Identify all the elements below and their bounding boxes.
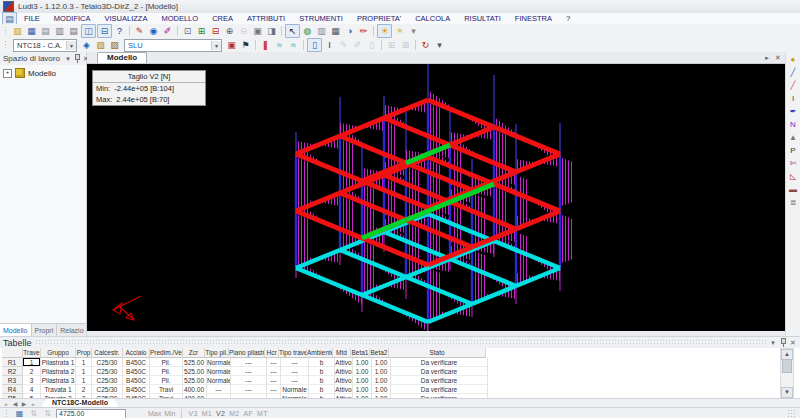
truss-tool-icon[interactable]: ╱ — [787, 80, 799, 92]
materials-archive-icon[interactable]: ▧ — [94, 39, 107, 51]
column-header-stato[interactable]: Stato — [389, 348, 486, 358]
table-cell[interactable]: Normale — [207, 376, 231, 385]
table-cell[interactable]: Pilastrata 3 — [41, 376, 76, 385]
row-header[interactable]: R1 — [2, 358, 23, 367]
model-viewport[interactable]: Taglio V2 [N] Min: -2.44e+05 [B:104] Max… — [87, 64, 785, 331]
table-cell[interactable]: B450C — [123, 376, 150, 385]
column-tool-icon[interactable]: I — [787, 93, 799, 105]
viewport-tab-modello[interactable]: Modello — [97, 52, 147, 63]
table-cell[interactable]: 525.00 — [183, 358, 207, 367]
save-icon[interactable]: ▦ — [25, 25, 38, 37]
table-cell[interactable]: 1.00 — [353, 358, 372, 367]
component-toggle-v2[interactable]: V2 — [214, 410, 227, 417]
table-cell[interactable]: Attivo — [335, 385, 353, 394]
table-cell[interactable]: 525.00 — [183, 376, 207, 385]
beam-tool-icon[interactable]: ╱ — [787, 67, 799, 79]
table-cell[interactable]: Attivo — [335, 376, 353, 385]
table-cell[interactable]: 1.00 — [353, 385, 372, 394]
table-cell[interactable]: Pil. — [150, 358, 183, 367]
row-header[interactable]: R4 — [2, 385, 23, 394]
pan-view-icon[interactable]: ▣ — [251, 25, 264, 37]
table-cell[interactable]: --- — [207, 385, 231, 394]
first-sheet-icon[interactable]: « — [2, 401, 10, 407]
spectrum-y-icon[interactable]: ≈ — [287, 39, 300, 51]
column-header-prop[interactable]: Prop — [76, 348, 92, 358]
edit-disabled-icon[interactable]: ✎ — [337, 39, 350, 51]
table-cell[interactable]: --- — [231, 358, 267, 367]
column-header-ambiente[interactable]: Ambiente — [307, 348, 333, 358]
table-search-icon[interactable]: ▦ — [14, 409, 25, 418]
column-header-beta2[interactable]: Beta2 — [370, 348, 389, 358]
combo-arrow-icon[interactable]: ▾ — [66, 41, 76, 50]
scroll-tabs-right-icon[interactable]: ▸ — [763, 54, 771, 62]
table-cell[interactable]: 1 — [76, 367, 92, 376]
resize-grip[interactable] — [787, 409, 797, 418]
table-cell[interactable]: Normale — [281, 385, 309, 394]
table-cell[interactable]: --- — [231, 367, 267, 376]
table-cell[interactable]: b — [309, 376, 335, 385]
table-cell[interactable]: 1.00 — [372, 358, 391, 367]
component-toggle-v3[interactable]: V3 — [187, 410, 200, 417]
cascade-windows-icon[interactable]: ⊠ — [399, 39, 412, 51]
frame-disabled-icon[interactable]: ▯ — [365, 39, 378, 51]
load-pattern-icon[interactable]: ❚ — [259, 39, 272, 51]
table-cell[interactable]: 1.00 — [372, 385, 391, 394]
workspace-tab-propri[interactable]: Propri — [32, 324, 58, 336]
menu-item-proprieta[interactable]: PROPRIETA' — [350, 14, 408, 23]
last-sheet-icon[interactable]: » — [29, 401, 37, 407]
table-cell[interactable]: C25/30 — [92, 367, 123, 376]
table-cell[interactable]: --- — [281, 376, 309, 385]
menu-item-risultati[interactable]: RISULTATI — [457, 14, 508, 23]
table-cell[interactable]: B450C — [123, 367, 150, 376]
table-cell[interactable]: 1.00 — [353, 376, 372, 385]
more-options-icon[interactable]: ▾ — [433, 39, 446, 51]
code-check-icon[interactable]: ◈ — [80, 39, 93, 51]
menu-item-crea[interactable]: CREA — [205, 14, 240, 23]
table-cell[interactable]: C25/30 — [92, 358, 123, 367]
column-header-zcr[interactable]: Zcr — [183, 348, 205, 358]
select-region-icon[interactable]: ⊡ — [181, 25, 194, 37]
light-more-icon[interactable]: ▾ — [407, 25, 420, 37]
table-cell[interactable]: Pilastrata 1 — [41, 358, 76, 367]
column-header-piano-pilastri[interactable]: Piano pilastri — [229, 348, 265, 358]
table-cell[interactable]: --- — [267, 385, 281, 394]
load-edit-icon[interactable]: ⚑ — [239, 39, 252, 51]
column-header-tipo-pil[interactable]: Tipo pil. — [205, 348, 229, 358]
menu-item-attributi[interactable]: ATTRIBUTI — [240, 14, 292, 23]
table-cell[interactable]: 1 — [23, 358, 41, 367]
column-header-hcr[interactable]: Hcr — [265, 348, 279, 358]
open-file-icon[interactable]: ▨ — [11, 25, 24, 37]
toolbar-grip[interactable] — [4, 40, 8, 50]
column-header-gruppo[interactable]: Gruppo — [41, 348, 76, 358]
workspace-panel-toggle-icon[interactable]: ◫ — [81, 24, 96, 38]
component-toggle-m1[interactable]: M1 — [200, 410, 214, 417]
chevron-down-icon[interactable]: ▾ — [64, 55, 72, 63]
pointer-tool-icon[interactable]: ↖ — [285, 24, 300, 38]
table-cell[interactable]: --- — [267, 367, 281, 376]
row-header[interactable]: R3 — [2, 376, 23, 385]
table-cell[interactable]: Attivo — [335, 358, 353, 367]
zoom-previous-icon[interactable]: ⊟ — [209, 25, 222, 37]
release-tool-icon[interactable]: ✄ — [787, 158, 799, 170]
pen-tool-icon[interactable]: ✒ — [787, 106, 799, 118]
axial-force-icon[interactable]: N — [787, 119, 799, 131]
chevron-down-icon[interactable]: ▾ — [769, 339, 777, 347]
table-cell[interactable]: --- — [267, 376, 281, 385]
table-cell[interactable]: 1.00 — [353, 367, 372, 376]
scroll-down-icon[interactable]: ▼ — [781, 387, 793, 398]
table-cell[interactable]: B450C — [123, 385, 150, 394]
numeric-grid-icon[interactable]: ▦ — [329, 25, 342, 37]
beam-properties-icon[interactable]: ▯ — [307, 38, 322, 52]
copy-icon[interactable]: ▤ — [39, 25, 52, 37]
table-cell[interactable]: Travi — [150, 385, 183, 394]
draw-pencil-icon[interactable]: ✐ — [161, 25, 174, 37]
table-cell[interactable]: Da verificare — [391, 385, 488, 394]
tree-item-modello[interactable]: + Modello — [3, 68, 86, 78]
coordinate-input[interactable] — [56, 409, 126, 418]
table-cell[interactable]: Pilastrata 2 — [41, 367, 76, 376]
menu-item-modello[interactable]: MODELLO — [154, 14, 205, 23]
workspace-tab-relazio[interactable]: Relazio — [57, 324, 87, 336]
table-cell[interactable]: Da verificare — [391, 367, 488, 376]
zoom-window-icon[interactable]: ⊞ — [195, 25, 208, 37]
table-cell[interactable]: 1 — [76, 358, 92, 367]
